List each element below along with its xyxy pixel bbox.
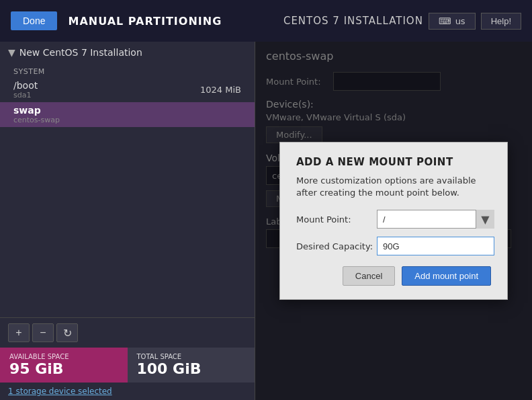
total-space-box: TOTAL SPACE 100 GiB	[128, 348, 255, 383]
total-space-label: TOTAL SPACE	[137, 353, 246, 360]
space-row: AVAILABLE SPACE 95 GiB TOTAL SPACE 100 G…	[0, 348, 255, 383]
partition-sub: sda1	[13, 91, 38, 99]
modal-capacity-label: Desired Capacity:	[296, 241, 377, 251]
partition-name-col: /boot sda1	[13, 80, 38, 99]
add-mount-point-modal: ADD A NEW MOUNT POINT More customization…	[279, 142, 508, 300]
add-mount-point-button[interactable]: Add mount point	[402, 266, 491, 286]
left-bottom: + − ↻ AVAILABLE SPACE 95 GiB TOTAL SPACE…	[0, 317, 255, 400]
total-space-value: 100 GiB	[137, 360, 246, 377]
available-space-label: AVAILABLE SPACE	[9, 353, 118, 360]
modal-capacity-row: Desired Capacity:	[296, 237, 491, 255]
modal-overlay: ADD A NEW MOUNT POINT More customization…	[255, 42, 532, 400]
available-space-box: AVAILABLE SPACE 95 GiB	[0, 348, 128, 383]
cancel-button[interactable]: Cancel	[343, 266, 395, 286]
keyboard-button[interactable]: ⌨ us	[429, 13, 476, 30]
available-space-value: 95 GiB	[9, 360, 118, 377]
top-bar-left: Done MANUAL PARTITIONING	[11, 11, 222, 30]
main-area: ▼ New CentOS 7 Installation SYSTEM /boot…	[0, 42, 532, 400]
modal-mount-point-dropdown-arrow[interactable]: ▼	[476, 210, 494, 229]
partition-name: swap	[13, 105, 60, 116]
left-panel: ▼ New CentOS 7 Installation SYSTEM /boot…	[0, 42, 255, 400]
modal-mount-point-row: Mount Point: ▼	[296, 210, 491, 229]
modal-capacity-input[interactable]	[377, 237, 494, 255]
partition-size: 1024 MiB	[200, 85, 241, 95]
modal-mount-point-label: Mount Point:	[296, 214, 377, 225]
partition-controls: + − ↻	[0, 317, 255, 348]
partition-item-swap[interactable]: swap centos-swap	[0, 102, 255, 127]
done-button[interactable]: Done	[11, 11, 57, 30]
centos-title: CENTOS 7 INSTALLATION	[283, 15, 423, 27]
top-bar-right: CENTOS 7 INSTALLATION ⌨ us Help!	[283, 13, 521, 30]
installation-title: New CentOS 7 Installation	[19, 47, 142, 58]
partition-name: /boot	[13, 80, 38, 91]
top-bar: Done MANUAL PARTITIONING CENTOS 7 INSTAL…	[0, 0, 532, 42]
add-partition-button[interactable]: +	[8, 323, 30, 342]
partition-name-col: swap centos-swap	[13, 105, 60, 124]
modal-description: More customization options are available…	[296, 175, 491, 199]
page-title: MANUAL PARTITIONING	[68, 15, 222, 28]
partition-item-boot[interactable]: /boot sda1 1024 MiB	[0, 77, 255, 102]
help-button[interactable]: Help!	[481, 13, 521, 30]
right-panel: centos-swap Mount Point: Device(s): VMwa…	[255, 42, 532, 400]
keyboard-lang: us	[455, 16, 466, 26]
modal-button-row: Cancel Add mount point	[296, 266, 491, 286]
modal-title: ADD A NEW MOUNT POINT	[296, 156, 491, 168]
modal-mount-point-wrap: ▼	[377, 210, 494, 229]
refresh-button[interactable]: ↻	[56, 323, 78, 342]
remove-partition-button[interactable]: −	[32, 323, 54, 342]
arrow-icon: ▼	[8, 47, 15, 58]
installation-header: ▼ New CentOS 7 Installation	[0, 42, 255, 63]
storage-link[interactable]: 1 storage device selected	[0, 383, 255, 400]
system-label: SYSTEM	[0, 63, 255, 77]
partition-sub: centos-swap	[13, 116, 60, 124]
keyboard-icon: ⌨	[439, 16, 451, 26]
